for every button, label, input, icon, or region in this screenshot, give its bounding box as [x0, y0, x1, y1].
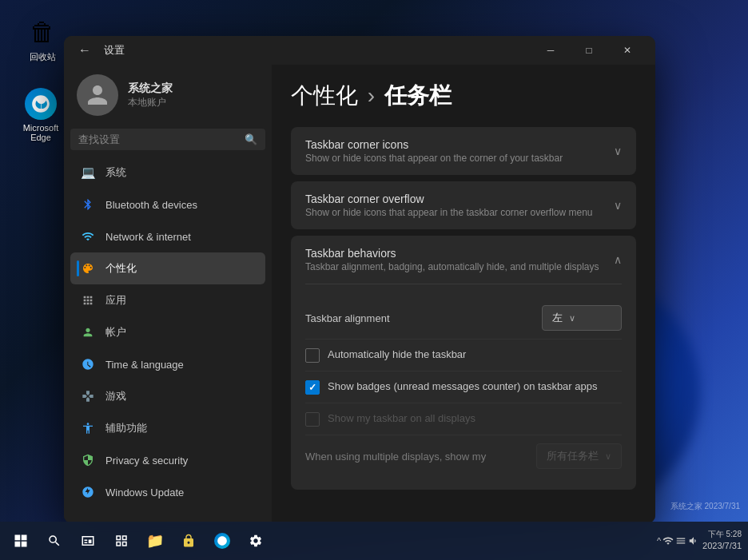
taskbar-search-button[interactable]	[40, 526, 69, 555]
task-view-button[interactable]	[74, 526, 102, 555]
multi-display-value: 所有任务栏	[547, 449, 599, 463]
system-icon: 💻	[80, 165, 96, 181]
show-badges-label: Show badges (unread messages counter) on…	[328, 379, 597, 394]
watermark: 系统之家 2023/7/31	[670, 501, 740, 512]
taskbar-alignment-dropdown[interactable]: 左 ∨	[542, 305, 622, 331]
file-explorer-button[interactable]: 📁	[141, 526, 169, 555]
bluetooth-icon	[80, 197, 96, 212]
chevron-overflow: ∨	[614, 199, 622, 212]
taskbar-datetime[interactable]: 下午 5:28 2023/7/31	[702, 529, 742, 552]
breadcrumb-separator: ›	[368, 83, 375, 108]
sidebar-item-privacy[interactable]: Privacy & security	[70, 444, 265, 476]
all-displays-checkbox	[305, 412, 320, 427]
taskbar-alignment-label: Taskbar alignment	[305, 312, 390, 324]
all-displays-row: Show my taskbar on all displays	[305, 403, 622, 435]
start-button[interactable]	[6, 526, 35, 555]
sidebar-item-system[interactable]: 💻 系统	[70, 157, 265, 189]
all-displays-label: Show my taskbar on all displays	[328, 411, 475, 426]
section-title-behaviors: Taskbar behaviors	[305, 247, 599, 260]
sidebar-item-accessibility[interactable]: 辅助功能	[70, 412, 265, 444]
sidebar-item-network[interactable]: Network & internet	[70, 220, 265, 252]
sidebar-item-personalization[interactable]: 个性化	[70, 252, 265, 284]
sidebar-item-bluetooth[interactable]: Bluetooth & devices	[70, 189, 265, 220]
taskbar-date-label: 2023/7/31	[702, 540, 742, 552]
recycle-bin-icon[interactable]: 🗑 回收站	[14, 16, 70, 63]
time-icon	[80, 356, 96, 372]
window-title: 设置	[104, 43, 125, 58]
behaviors-expanded: Taskbar alignment 左 ∨ Automatically hide…	[291, 284, 636, 490]
personalization-icon	[80, 260, 96, 276]
windows-update-icon	[80, 484, 96, 500]
multi-display-label: When using multiple displays, show my	[305, 451, 486, 463]
page-header: 个性化 › 任务栏	[291, 81, 636, 111]
multi-display-dropdown: 所有任务栏 ∨	[536, 443, 622, 469]
taskbar-alignment-row: Taskbar alignment 左 ∨	[305, 297, 622, 340]
show-badges-row: Show badges (unread messages counter) on…	[305, 371, 622, 403]
svg-rect-2	[15, 542, 21, 547]
svg-rect-0	[15, 535, 21, 541]
autohide-label: Automatically hide the taskbar	[328, 348, 466, 362]
alignment-value: 左	[552, 311, 563, 325]
taskbar-right: ^ 下午 5:28 2023/7/31	[657, 529, 742, 552]
minimize-button[interactable]: ─	[532, 38, 569, 63]
back-button[interactable]: ←	[74, 39, 96, 62]
taskbar-chevron[interactable]: ^	[657, 536, 661, 546]
close-button[interactable]: ✕	[609, 38, 646, 63]
taskbar-settings-button[interactable]	[241, 526, 270, 555]
taskbar-behaviors-header[interactable]: Taskbar behaviors Taskbar alignment, bad…	[291, 236, 636, 284]
sidebar-item-accounts[interactable]: 帐户	[70, 316, 265, 348]
chevron-behaviors: ∧	[614, 253, 622, 266]
show-badges-checkbox[interactable]	[305, 380, 320, 395]
network-icon	[80, 228, 96, 244]
breadcrumb-current: 任务栏	[384, 83, 452, 108]
taskbar-corner-overflow-header[interactable]: Taskbar corner overflow Show or hide ico…	[291, 181, 636, 229]
taskbar-time-label: 下午 5:28	[702, 529, 742, 540]
settings-window: ← 设置 ─ □ ✕ 系统之家 本地账户	[64, 36, 655, 523]
section-subtitle-corner-icons: Show or hide icons that appear on the co…	[305, 153, 563, 164]
sidebar-item-time[interactable]: Time & language	[70, 348, 265, 380]
taskbar-behaviors-section: Taskbar behaviors Taskbar alignment, bad…	[291, 236, 636, 490]
user-profile[interactable]: 系统之家 本地账户	[70, 65, 265, 129]
autohide-row: Automatically hide the taskbar	[305, 340, 622, 371]
section-title-corner-icons: Taskbar corner icons	[305, 138, 563, 151]
search-box[interactable]: 🔍	[70, 129, 265, 150]
svg-rect-3	[22, 542, 27, 547]
taskbar: 📁 ^ 下午 5:	[0, 522, 748, 560]
sidebar-item-gaming[interactable]: 游戏	[70, 380, 265, 412]
section-subtitle-behaviors: Taskbar alignment, badging, automaticall…	[305, 261, 599, 272]
settings-body: 系统之家 本地账户 🔍 💻 系统	[64, 65, 655, 523]
multi-display-row: When using multiple displays, show my 所有…	[305, 435, 622, 477]
user-name: 系统之家	[128, 81, 173, 96]
taskbar-corner-overflow-section: Taskbar corner overflow Show or hide ico…	[291, 181, 636, 229]
svg-rect-1	[22, 535, 27, 541]
sidebar: 系统之家 本地账户 🔍 💻 系统	[64, 65, 272, 523]
search-icon: 🔍	[245, 133, 257, 145]
maximize-button[interactable]: □	[571, 38, 607, 63]
title-bar: ← 设置 ─ □ ✕	[64, 36, 655, 65]
avatar	[77, 74, 118, 116]
accounts-icon	[80, 324, 96, 340]
taskbar-corner-icons-section: Taskbar corner icons Show or hide icons …	[291, 127, 636, 175]
section-subtitle-overflow: Show or hide icons that appear in the ta…	[305, 207, 593, 218]
privacy-icon	[80, 452, 96, 468]
accessibility-icon	[80, 420, 96, 436]
search-input[interactable]	[78, 133, 238, 145]
sidebar-item-apps[interactable]: 应用	[70, 284, 265, 316]
taskbar-corner-icons-header[interactable]: Taskbar corner icons Show or hide icons …	[291, 127, 636, 175]
dropdown-arrow-alignment: ∨	[569, 313, 575, 324]
edge-browser-icon[interactable]: Microsoft Edge	[13, 88, 69, 142]
vault-button[interactable]	[174, 526, 203, 555]
breadcrumb-parent: 个性化	[291, 83, 358, 108]
section-title-overflow: Taskbar corner overflow	[305, 193, 593, 205]
dropdown-arrow-multi: ∨	[605, 451, 611, 462]
sidebar-item-windows-update[interactable]: Windows Update	[70, 476, 265, 508]
user-type: 本地账户	[128, 96, 173, 109]
taskbar-edge-button[interactable]	[208, 526, 237, 555]
desktop: 🗑 回收站 Microsoft Edge ← 设置 ─ □ ✕	[0, 0, 748, 560]
main-content: 个性化 › 任务栏 Taskbar corner icons Show or h…	[272, 65, 655, 523]
gaming-icon	[80, 388, 96, 404]
autohide-checkbox[interactable]	[305, 348, 320, 363]
chevron-corner-icons: ∨	[614, 145, 622, 157]
widgets-button[interactable]	[107, 526, 136, 555]
apps-icon	[80, 292, 96, 308]
